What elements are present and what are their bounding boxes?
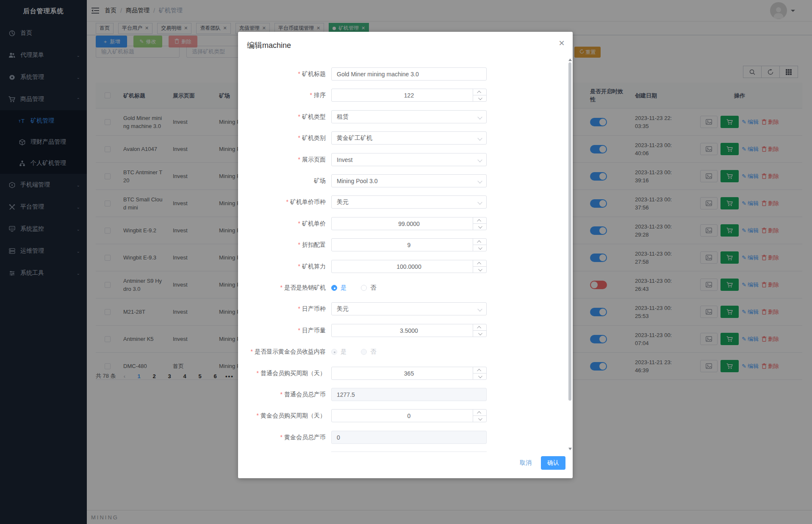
chevron-down-icon xyxy=(477,114,482,119)
field-select-矿场[interactable]: Mining Pool 3.0 xyxy=(331,174,487,187)
field-radio-是否显示黄金会员收益内容: 是否 xyxy=(331,345,387,358)
field-number-矿机单价[interactable]: 99.0000 xyxy=(331,217,487,230)
field-label: *普通会员总产币 xyxy=(238,388,326,401)
chevron-down-icon xyxy=(477,200,482,204)
spinner-down-icon[interactable] xyxy=(473,95,486,101)
chevron-down-icon xyxy=(477,178,482,183)
edit-machine-dialog: 编辑machine ✕ *矿机标题Gold Miner mining machi… xyxy=(238,32,573,478)
field-label: *矿机类型 xyxy=(238,110,326,123)
field-label: *黄金会员总产币 xyxy=(238,431,326,444)
field-label: *折扣配置 xyxy=(238,238,326,251)
field-input-矿机标题[interactable]: Gold Miner mining machine 3.0 xyxy=(331,67,487,81)
field-select-矿机类型[interactable]: 租赁 xyxy=(331,110,487,123)
scroll-up-icon[interactable] xyxy=(568,57,572,61)
spinner-up-icon[interactable] xyxy=(473,217,486,224)
field-number-排序[interactable]: 122 xyxy=(331,89,487,102)
form-divider xyxy=(331,452,487,452)
dialog-scrollbar xyxy=(568,57,571,453)
form-row: *排序122 xyxy=(238,89,501,102)
field-label: *排序 xyxy=(238,89,326,102)
field-label: *是否是热销矿机 xyxy=(238,281,326,294)
radio-是[interactable] xyxy=(331,285,337,291)
spinner-down-icon[interactable] xyxy=(473,245,486,251)
scroll-down-icon[interactable] xyxy=(568,448,572,452)
spinner-up-icon[interactable] xyxy=(473,410,486,416)
form-row: *矿机类型租赁 xyxy=(238,110,501,123)
field-select-矿机类别[interactable]: 黄金矿工矿机 xyxy=(331,131,487,145)
form-row: *展示页面Invest xyxy=(238,153,501,166)
number-spinner xyxy=(473,217,486,230)
form-row: *日产币种美元 xyxy=(238,302,501,315)
number-spinner xyxy=(473,367,486,379)
form-row: *普通会员总产币1277.5 xyxy=(238,388,501,401)
confirm-button[interactable]: 确认 xyxy=(541,456,565,470)
form-row: *是否是热销矿机是否 xyxy=(238,281,501,294)
chevron-down-icon xyxy=(477,307,482,311)
app-root: 后台管理系统 首页 代理菜单⌄ 系统管理⌄ 商品管理⌃ тT矿机管理 理财产品管… xyxy=(0,0,812,524)
field-number-日产币量[interactable]: 3.5000 xyxy=(331,324,487,337)
field-label: *是否显示黄金会员收益内容 xyxy=(238,345,326,358)
field-number-矿机算力[interactable]: 100.0000 xyxy=(331,260,487,273)
spinner-down-icon[interactable] xyxy=(473,267,486,273)
spinner-up-icon[interactable] xyxy=(473,367,486,373)
form-row: *普通会员购买周期（天）365 xyxy=(238,367,501,380)
field-select-日产币种[interactable]: 美元 xyxy=(331,302,487,315)
form-row: *折扣配置9 xyxy=(238,238,501,251)
field-label: 矿场 xyxy=(238,174,326,187)
radio-是 xyxy=(331,349,337,355)
spinner-up-icon[interactable] xyxy=(473,324,486,331)
field-label: *黄金会员购买周期（天） xyxy=(238,409,326,422)
field-readonly-普通会员总产币: 1277.5 xyxy=(331,388,487,401)
form-row: *矿机单价币种美元 xyxy=(238,195,501,209)
spinner-down-icon[interactable] xyxy=(473,373,486,379)
spinner-up-icon[interactable] xyxy=(473,260,486,267)
scrollbar-thumb[interactable] xyxy=(568,62,571,401)
spinner-down-icon[interactable] xyxy=(473,224,486,230)
field-radio-是否是热销矿机: 是否 xyxy=(331,281,387,294)
form-row: *是否显示黄金会员收益内容是否 xyxy=(238,345,501,358)
spinner-down-icon[interactable] xyxy=(473,416,486,422)
form-row: 矿场Mining Pool 3.0 xyxy=(238,174,501,187)
dialog-footer: 取消 确认 xyxy=(515,456,565,470)
close-icon[interactable]: ✕ xyxy=(558,39,565,47)
number-spinner xyxy=(473,239,486,251)
field-label: *矿机算力 xyxy=(238,260,326,273)
field-label: *矿机单价币种 xyxy=(238,195,326,209)
field-label: *普通会员购买周期（天） xyxy=(238,367,326,380)
form-row: *黄金会员总产币0 xyxy=(238,431,501,444)
field-select-矿机单价币种[interactable]: 美元 xyxy=(331,195,487,209)
form-row: *矿机单价99.0000 xyxy=(238,217,501,230)
chevron-down-icon xyxy=(477,157,482,162)
field-number-黄金会员购买周期（天）[interactable]: 0 xyxy=(331,409,487,422)
form-row: *矿机算力100.0000 xyxy=(238,260,501,273)
form-row: *矿机标题Gold Miner mining machine 3.0 xyxy=(238,67,501,81)
field-readonly-黄金会员总产币: 0 xyxy=(331,431,487,444)
form-row: *黄金会员购买周期（天）0 xyxy=(238,409,501,422)
field-number-折扣配置[interactable]: 9 xyxy=(331,238,487,251)
dialog-title: 编辑machine xyxy=(247,40,291,50)
field-select-展示页面[interactable]: Invest xyxy=(331,153,487,166)
spinner-up-icon[interactable] xyxy=(473,239,486,245)
field-label: *日产币量 xyxy=(238,324,326,337)
chevron-down-icon xyxy=(477,136,482,140)
number-spinner xyxy=(473,260,486,273)
field-label: *日产币种 xyxy=(238,302,326,315)
cancel-button[interactable]: 取消 xyxy=(515,456,537,470)
number-spinner xyxy=(473,410,486,422)
number-spinner xyxy=(473,89,486,101)
spinner-down-icon[interactable] xyxy=(473,331,486,337)
field-label: *矿机单价 xyxy=(238,217,326,230)
radio-否[interactable] xyxy=(361,285,367,291)
radio-否 xyxy=(361,349,367,355)
field-label: *矿机类别 xyxy=(238,131,326,145)
field-number-普通会员购买周期（天）[interactable]: 365 xyxy=(331,367,487,380)
form-row: *日产币量3.5000 xyxy=(238,324,501,337)
number-spinner xyxy=(473,324,486,337)
spinner-up-icon[interactable] xyxy=(473,89,486,95)
form-row: *矿机类别黄金矿工矿机 xyxy=(238,131,501,145)
field-label: *展示页面 xyxy=(238,153,326,166)
field-label: *矿机标题 xyxy=(238,67,326,81)
